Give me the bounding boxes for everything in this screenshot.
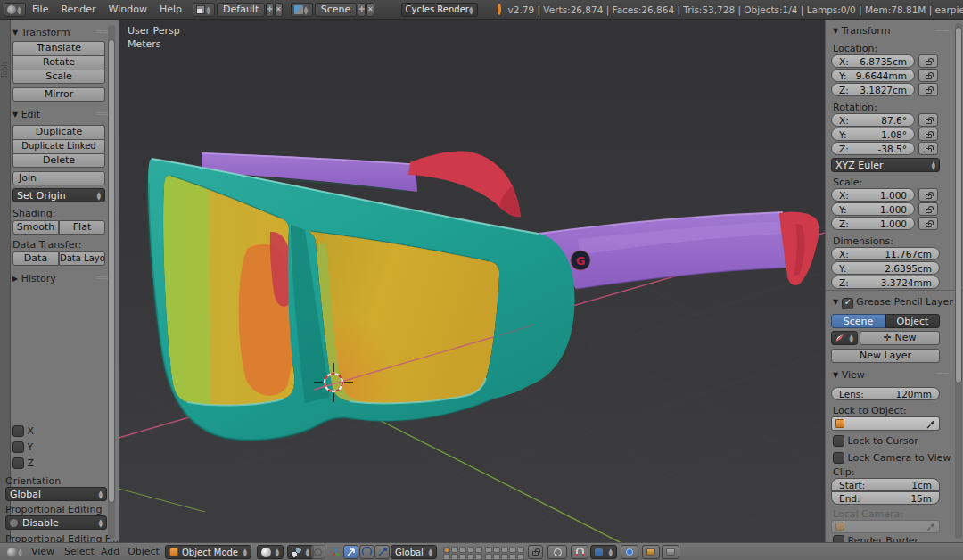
- scale-button[interactable]: Scale: [12, 70, 105, 84]
- rotation-z-field[interactable]: Z:-38.5°: [831, 142, 915, 155]
- lock-camera-toggle[interactable]: Lock Camera to View: [833, 452, 951, 464]
- lock-to-scene-button[interactable]: [528, 545, 543, 559]
- add-layout-button[interactable]: ✛: [266, 3, 274, 17]
- orientation-dropdown[interactable]: Global▲▼: [5, 487, 107, 501]
- menu-file[interactable]: File: [26, 4, 54, 15]
- history-panel-header[interactable]: ▶ History==: [12, 273, 105, 284]
- edit-panel-header[interactable]: ▼ Edit==: [12, 109, 105, 120]
- close-scene-button[interactable]: ✕: [366, 3, 374, 17]
- lock-scale-z-button[interactable]: [918, 217, 938, 230]
- translate-manipulator-button[interactable]: [343, 545, 358, 559]
- scene-icon-dropdown[interactable]: ▲▼: [291, 3, 313, 17]
- mirror-button[interactable]: Mirror: [12, 87, 105, 102]
- editor-type-dropdown[interactable]: ▲▼: [4, 545, 27, 559]
- screen-layout-name-field[interactable]: Default: [217, 3, 265, 17]
- checkbox-z[interactable]: [12, 457, 24, 469]
- layer-cell[interactable]: [475, 554, 482, 560]
- proportional-editing-dropdown[interactable]: Disable▲▼: [5, 515, 107, 530]
- layer-cell[interactable]: [451, 554, 458, 560]
- clip-start-field[interactable]: Start:1cm: [831, 478, 940, 491]
- duplicate-button[interactable]: Duplicate: [12, 125, 105, 139]
- rotation-y-field[interactable]: Y:-1.08°: [831, 128, 915, 141]
- lens-field[interactable]: Lens:120mm: [831, 387, 940, 400]
- layer-cell[interactable]: [475, 547, 482, 553]
- lock-location-z-button[interactable]: [918, 83, 938, 96]
- manipulator-axes-button[interactable]: [328, 545, 343, 559]
- manipulator-toggle-button[interactable]: [310, 545, 325, 559]
- add-scene-button[interactable]: ✛: [358, 3, 366, 17]
- rotate-manipulator-button[interactable]: [359, 545, 374, 559]
- lock-to-object-field[interactable]: [831, 416, 940, 431]
- delete-button[interactable]: Delete: [12, 153, 105, 168]
- view-panel-header[interactable]: ▼ View: [833, 369, 865, 381]
- layer-cell[interactable]: [509, 554, 516, 560]
- location-y-field[interactable]: Y:9.6644mm: [831, 69, 915, 82]
- lock-rotation-z-button[interactable]: [918, 142, 938, 155]
- menu-help[interactable]: Help: [153, 4, 188, 15]
- rotation-mode-dropdown[interactable]: XYZ Euler▲▼: [831, 158, 940, 172]
- layers-group-1[interactable]: [443, 547, 482, 560]
- properties-scrollbar[interactable]: [955, 23, 962, 539]
- panel-drag-handle[interactable]: ==: [935, 369, 949, 379]
- menu-add[interactable]: Add: [101, 546, 119, 557]
- axis-z-toggle[interactable]: Z: [12, 457, 105, 469]
- checkbox-x[interactable]: [12, 425, 24, 437]
- lock-scale-x-button[interactable]: [918, 188, 938, 202]
- proportional-edit-dropdown[interactable]: [547, 545, 567, 559]
- layer-cell[interactable]: [467, 547, 474, 553]
- layer-cell[interactable]: [493, 554, 500, 560]
- layer-cell[interactable]: [459, 547, 466, 553]
- new-layer-button[interactable]: New Layer: [831, 349, 940, 363]
- checkbox-y[interactable]: [12, 441, 24, 453]
- render-opengl-anim-button[interactable]: [662, 545, 679, 559]
- layer-cell[interactable]: [501, 547, 508, 553]
- location-x-field[interactable]: X:6.8735cm: [831, 54, 915, 68]
- lock-to-cursor-checkbox[interactable]: [833, 435, 844, 447]
- editor-type-info-dropdown[interactable]: ▲▼: [4, 3, 26, 17]
- lock-rotation-x-button[interactable]: [918, 113, 938, 127]
- set-origin-dropdown[interactable]: Set Origin▲▼: [12, 188, 105, 202]
- menu-select[interactable]: Select: [64, 546, 95, 557]
- smooth-button[interactable]: Smooth: [12, 220, 59, 235]
- layer-cell[interactable]: [459, 554, 466, 560]
- layer-cell[interactable]: [467, 554, 474, 560]
- location-z-field[interactable]: Z:3.1827cm: [831, 83, 915, 96]
- scene-name-field[interactable]: Scene: [315, 3, 358, 17]
- viewport-shading-dropdown[interactable]: ▲▼: [257, 545, 284, 559]
- render-opengl-button[interactable]: [642, 545, 660, 559]
- dimensions-x-field[interactable]: X:11.767cm: [831, 247, 940, 260]
- snap-target-button[interactable]: [621, 545, 638, 559]
- axis-x-toggle[interactable]: X: [12, 425, 105, 437]
- grease-pencil-new-button[interactable]: ✛New: [860, 331, 940, 345]
- scale-manipulator-button[interactable]: [374, 545, 390, 559]
- layer-cell[interactable]: [485, 554, 492, 560]
- layer-cell[interactable]: [517, 554, 524, 560]
- scale-y-field[interactable]: Y:1.000: [831, 202, 915, 216]
- menu-view[interactable]: View: [31, 546, 54, 557]
- layer-cell[interactable]: [509, 547, 516, 553]
- menu-window[interactable]: Window: [103, 4, 153, 15]
- render-engine-dropdown[interactable]: Cycles Render ▲▼: [401, 3, 478, 17]
- layer-cell[interactable]: [485, 547, 492, 553]
- layer-cell[interactable]: [443, 547, 450, 553]
- eyedropper-icon[interactable]: [926, 419, 935, 429]
- layer-cell[interactable]: [493, 547, 500, 553]
- translate-button[interactable]: Translate: [12, 41, 105, 55]
- grease-pencil-checkbox[interactable]: [842, 298, 853, 309]
- scale-z-field[interactable]: Z:1.000: [831, 217, 915, 230]
- transform-panel-header[interactable]: ▼ Transform==: [12, 27, 105, 38]
- tab-object[interactable]: Object: [885, 314, 940, 328]
- mode-dropdown[interactable]: Object Mode ▲▼: [165, 545, 251, 559]
- 3d-viewport[interactable]: G User Persp Meters: [119, 20, 825, 542]
- axis-y-toggle[interactable]: Y: [12, 441, 105, 453]
- grease-pencil-brush-dropdown[interactable]: ▲▼: [831, 331, 858, 345]
- menu-render[interactable]: Render: [54, 4, 102, 15]
- close-layout-button[interactable]: ✕: [275, 3, 283, 17]
- layers-group-2[interactable]: [485, 547, 524, 560]
- eyedropper-icon[interactable]: [926, 522, 935, 531]
- lock-camera-checkbox[interactable]: [833, 452, 844, 464]
- transform-orientation-dropdown[interactable]: Global ▲▼: [391, 545, 437, 559]
- tool-shelf-tabs[interactable]: Tools: [0, 20, 11, 542]
- lock-scale-y-button[interactable]: [918, 202, 938, 216]
- tab-scene[interactable]: Scene: [831, 314, 885, 328]
